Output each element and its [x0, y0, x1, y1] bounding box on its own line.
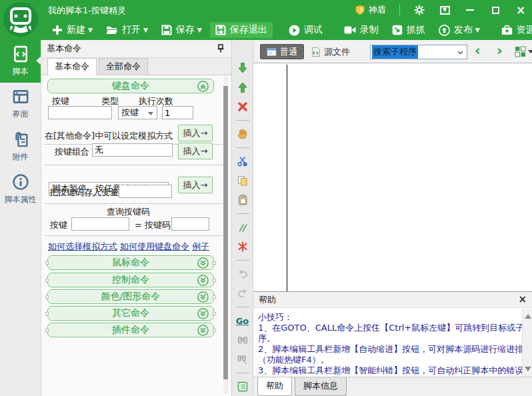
strip-divider: [236, 260, 249, 261]
undo-icon[interactable]: [236, 267, 249, 281]
script-icon: [12, 45, 29, 63]
normal-view-button[interactable]: 普通: [260, 44, 304, 59]
settings-gear-icon[interactable]: [413, 4, 425, 16]
cut-icon[interactable]: [236, 155, 249, 168]
scroll-down-icon[interactable]: [525, 367, 531, 371]
combo-input[interactable]: [92, 143, 173, 157]
camera-icon: [344, 25, 356, 35]
help-line: 3、脚本编辑工具栏新增【智能纠错】按钮，可自动纠正脚本中的错误。: [258, 365, 521, 376]
shield-icon: [355, 5, 365, 15]
control-commands-header[interactable]: 控制命令: [47, 273, 214, 287]
move-up-icon[interactable]: [236, 81, 249, 94]
grab-button[interactable]: 抓抓: [387, 22, 431, 38]
app-logo-robot-icon: [2, 1, 39, 38]
keyboard-commands-header[interactable]: 键盘命令: [47, 79, 214, 93]
titlebar-separator: [399, 5, 400, 15]
open-button[interactable]: 打开▼: [101, 22, 153, 38]
insert-key-button[interactable]: 插入→: [178, 125, 213, 141]
expand-chevron-icon[interactable]: [197, 308, 209, 319]
sidebar-item-script[interactable]: 脚本: [0, 40, 41, 83]
command-panel: 基本命令 基本命令 全部命令 键盘命令 按键 类型: [41, 40, 232, 396]
query-key-input[interactable]: [71, 217, 129, 231]
save-button[interactable]: 保存▼: [156, 22, 207, 38]
copy-icon[interactable]: [236, 174, 249, 187]
expand-chevron-icon[interactable]: [197, 257, 209, 269]
close-button[interactable]: ×: [515, 4, 527, 16]
other-commands-header[interactable]: 其它命令: [47, 306, 214, 321]
command-panel-scrollbar[interactable]: [223, 77, 228, 395]
paste-icon[interactable]: [236, 193, 249, 207]
comment-icon[interactable]: //: [236, 221, 249, 234]
move-down-icon[interactable]: [236, 61, 249, 75]
sidebar-item-attachment[interactable]: 附件: [0, 125, 41, 168]
left-sidebar: 脚本 界面 附件 脚本属性: [0, 40, 41, 396]
shield-badge[interactable]: 神盾: [355, 4, 386, 16]
maximize-button[interactable]: [489, 4, 501, 16]
find-icon[interactable]: [236, 333, 249, 347]
insert-pause-button[interactable]: 插入→: [178, 177, 213, 193]
expand-chevron-icon[interactable]: [197, 275, 209, 286]
link-example[interactable]: 例子: [192, 241, 209, 253]
plugin-commands-header[interactable]: 插件命令: [47, 323, 214, 337]
resources-button[interactable]: 资源库: [496, 22, 532, 38]
count-input[interactable]: [162, 106, 193, 119]
expand-chevron-icon[interactable]: [197, 291, 209, 303]
layout-grid-button[interactable]: [515, 46, 532, 57]
tab-script-info[interactable]: 脚本信息: [295, 377, 347, 396]
new-button[interactable]: 新建▼: [47, 22, 98, 38]
hand-drag-icon[interactable]: [236, 127, 249, 141]
mouse-commands-header[interactable]: 鼠标命令: [47, 255, 214, 270]
sidebar-item-properties[interactable]: 脚本属性: [0, 168, 41, 211]
help-line: 2、脚本编辑工具栏新增【自动缩进】按钮，可对脚本源码进行缩进排版: [258, 344, 521, 355]
collapse-chevron-icon[interactable]: [197, 81, 209, 92]
key-input[interactable]: [48, 106, 112, 119]
uncomment-icon[interactable]: [236, 240, 249, 253]
script-editor-area[interactable]: [253, 63, 532, 291]
floppy-icon: [161, 25, 172, 35]
simulation-note: 在[其他命令]中可以设定模拟方式: [45, 130, 173, 142]
next-subroutine-button[interactable]: ›: [497, 43, 503, 59]
record-button[interactable]: 录制: [339, 22, 384, 38]
editor-gutter-line: [287, 65, 287, 291]
link-how-to-choose-simulation[interactable]: 如何选择模拟方式: [48, 241, 117, 253]
search-selected-text: 搜索子程序: [372, 45, 418, 59]
source-view-button[interactable]: 源文件: [311, 44, 350, 59]
tab-help[interactable]: 帮助: [257, 377, 292, 396]
help-close-icon[interactable]: ×: [518, 295, 527, 305]
strip-divider: [236, 147, 249, 148]
redo-icon[interactable]: [236, 287, 249, 300]
panel-toggle-icon[interactable]: ▼: [439, 4, 451, 16]
strip-divider: [236, 373, 249, 373]
delete-icon[interactable]: [236, 100, 249, 113]
debug-button[interactable]: 调试: [283, 22, 328, 38]
insert-combo-button[interactable]: 插入→: [178, 143, 213, 159]
publish-button[interactable]: 发布▼: [433, 22, 485, 38]
strip-divider: [236, 213, 249, 214]
command-panel-header: 基本命令: [41, 40, 231, 58]
store-variable-input[interactable]: [119, 185, 172, 198]
divider: [44, 165, 223, 165]
goto-line-icon[interactable]: Go: [236, 314, 249, 327]
link-how-to-use-keyboard[interactable]: 如何使用键盘命令: [120, 241, 189, 253]
tab-basic-commands[interactable]: 基本命令: [47, 58, 97, 75]
help-scrollbar[interactable]: [522, 309, 532, 377]
script-info-icon[interactable]: [236, 380, 249, 393]
help-line: 小技巧：: [258, 312, 521, 323]
tab-all-commands[interactable]: 全部命令: [99, 58, 148, 75]
key-type-select[interactable]: 按键: [118, 106, 157, 119]
minimize-button[interactable]: [464, 4, 476, 16]
save-exit-button[interactable]: 保存退出: [210, 22, 273, 38]
expand-chevron-icon[interactable]: [197, 325, 209, 336]
color-graphics-commands-header[interactable]: 颜色/图形命令: [47, 289, 214, 304]
subroutine-search-combo[interactable]: 搜索子程序: [370, 45, 467, 59]
query-code-input[interactable]: [171, 217, 209, 231]
editor-pane: 普通 源文件 搜索子程序 ‹ ›: [253, 40, 532, 396]
prev-subroutine-button[interactable]: ‹: [475, 43, 481, 59]
sidebar-item-interface[interactable]: 界面: [0, 83, 41, 125]
find-next-icon[interactable]: [236, 353, 249, 366]
bottom-tab-bar: 帮助 脚本信息: [253, 377, 532, 396]
pin-icon[interactable]: [217, 44, 225, 53]
scroll-up-icon[interactable]: [525, 314, 531, 319]
chevron-down-icon: [528, 50, 532, 53]
play-circle-icon: [289, 25, 300, 36]
